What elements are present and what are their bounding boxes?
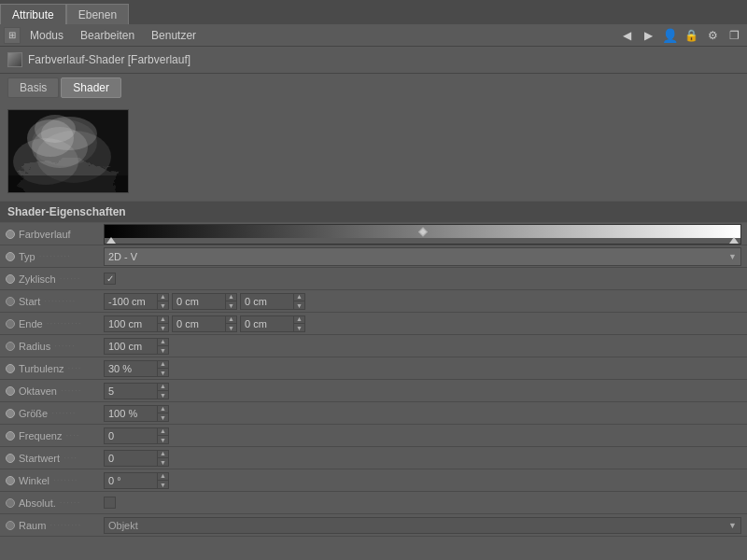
start-x-up[interactable]: ▲ bbox=[158, 293, 168, 301]
turbulenz-up[interactable]: ▲ bbox=[158, 360, 168, 369]
start-x-down[interactable]: ▼ bbox=[158, 301, 168, 310]
ende-z-input[interactable]: 0 cm ▲ ▼ bbox=[240, 315, 305, 332]
oktaven-input[interactable]: 5 ▲ ▼ bbox=[104, 383, 169, 399]
startwert-down[interactable]: ▼ bbox=[158, 458, 168, 467]
properties-panel: Farbverlauf Typ ········· 2D - V ▼ bbox=[0, 223, 747, 537]
gradient-handle-left[interactable] bbox=[106, 237, 116, 244]
turbulenz-arrows[interactable]: ▲ ▼ bbox=[157, 360, 168, 377]
prop-label-startwert: Startwert ···· bbox=[6, 453, 104, 464]
oktaven-arrows[interactable]: ▲ ▼ bbox=[157, 383, 168, 399]
tab-basis[interactable]: Basis bbox=[7, 77, 59, 98]
startwert-input[interactable]: 0 ▲ ▼ bbox=[104, 450, 169, 467]
prop-row-radius: Radius ······ 100 cm ▲ ▼ bbox=[0, 335, 747, 357]
top-tab-bar: Attribute Ebenen bbox=[0, 0, 747, 24]
start-z-down[interactable]: ▼ bbox=[294, 301, 304, 310]
prop-value-zyklisch: ✓ bbox=[104, 273, 741, 285]
arrow-right-icon[interactable]: ▶ bbox=[639, 27, 657, 44]
ende-x-down[interactable]: ▼ bbox=[158, 324, 168, 332]
ende-y-input[interactable]: 0 cm ▲ ▼ bbox=[172, 315, 237, 332]
ende-z-arrows[interactable]: ▲ ▼ bbox=[293, 315, 304, 332]
prop-row-start: Start ········· -100 cm ▲ ▼ 0 cm ▲ ▼ 0 c… bbox=[0, 290, 747, 313]
user-icon[interactable]: 👤 bbox=[660, 27, 679, 44]
ende-y-arrows[interactable]: ▲ ▼ bbox=[225, 315, 236, 332]
typ-select[interactable]: 2D - V ▼ bbox=[104, 247, 741, 266]
prop-row-zyklisch: Zyklisch ······ ✓ bbox=[0, 268, 747, 290]
tab-attribute[interactable]: Attribute bbox=[0, 4, 66, 24]
prop-value-turbulenz: 30 % ▲ ▼ bbox=[104, 360, 741, 377]
startwert-arrows[interactable]: ▲ ▼ bbox=[157, 450, 168, 467]
start-y-arrows[interactable]: ▲ ▼ bbox=[225, 293, 236, 310]
oktaven-up[interactable]: ▲ bbox=[158, 383, 168, 391]
oktaven-down[interactable]: ▼ bbox=[158, 391, 168, 399]
arrow-left-icon[interactable]: ◀ bbox=[617, 27, 636, 44]
start-z-arrows[interactable]: ▲ ▼ bbox=[293, 293, 304, 310]
prop-circle-typ bbox=[6, 252, 15, 261]
groesse-arrows[interactable]: ▲ ▼ bbox=[157, 405, 168, 422]
turbulenz-input[interactable]: 30 % ▲ ▼ bbox=[104, 360, 169, 377]
gradient-bar[interactable] bbox=[104, 224, 741, 245]
expand-icon[interactable]: ❐ bbox=[725, 27, 743, 44]
ende-y-down[interactable]: ▼ bbox=[226, 324, 236, 332]
ende-x-up[interactable]: ▲ bbox=[158, 315, 168, 324]
prop-value-groesse: 100 % ▲ ▼ bbox=[104, 405, 741, 422]
prop-value-winkel: 0 ° ▲ ▼ bbox=[104, 472, 741, 489]
prop-value-oktaven: 5 ▲ ▼ bbox=[104, 383, 741, 399]
turbulenz-down[interactable]: ▼ bbox=[158, 369, 168, 377]
ende-y-up[interactable]: ▲ bbox=[226, 315, 236, 324]
winkel-arrows[interactable]: ▲ ▼ bbox=[157, 472, 168, 489]
prop-circle-turbulenz bbox=[6, 364, 15, 373]
prop-circle-winkel bbox=[6, 476, 15, 485]
ende-z-up[interactable]: ▲ bbox=[294, 315, 304, 324]
prop-circle-groesse bbox=[6, 409, 15, 418]
groesse-up[interactable]: ▲ bbox=[158, 405, 168, 413]
groesse-down[interactable]: ▼ bbox=[158, 413, 168, 422]
radius-up[interactable]: ▲ bbox=[158, 338, 168, 346]
start-y-input[interactable]: 0 cm ▲ ▼ bbox=[172, 293, 237, 310]
prop-label-winkel: Winkel ······· bbox=[6, 475, 104, 486]
start-x-input[interactable]: -100 cm ▲ ▼ bbox=[104, 293, 169, 310]
ende-x-input[interactable]: 100 cm ▲ ▼ bbox=[104, 315, 169, 332]
raum-select[interactable]: Objekt ▼ bbox=[104, 517, 741, 534]
zyklisch-checkbox[interactable]: ✓ bbox=[104, 273, 116, 285]
ende-x-arrows[interactable]: ▲ ▼ bbox=[157, 315, 168, 332]
prop-row-frequenz: Frequenz ···· 0 ▲ ▼ bbox=[0, 425, 747, 447]
prop-row-absolut: Absolut. ······ bbox=[0, 492, 747, 514]
radius-arrows[interactable]: ▲ ▼ bbox=[157, 338, 168, 355]
tab-ebenen[interactable]: Ebenen bbox=[66, 4, 129, 24]
prop-value-typ[interactable]: 2D - V ▼ bbox=[104, 247, 741, 266]
start-y-down[interactable]: ▼ bbox=[226, 301, 236, 310]
ende-z-down[interactable]: ▼ bbox=[294, 324, 304, 332]
start-y-up[interactable]: ▲ bbox=[226, 293, 236, 301]
start-z-up[interactable]: ▲ bbox=[294, 293, 304, 301]
typ-select-arrow: ▼ bbox=[728, 252, 737, 261]
settings-icon[interactable]: ⚙ bbox=[703, 27, 722, 44]
frequenz-arrows[interactable]: ▲ ▼ bbox=[157, 427, 168, 444]
prop-value-raum[interactable]: Objekt ▼ bbox=[104, 517, 741, 534]
menu-modus[interactable]: Modus bbox=[22, 27, 71, 44]
gradient-handle-right[interactable] bbox=[729, 237, 739, 244]
groesse-input[interactable]: 100 % ▲ ▼ bbox=[104, 405, 169, 422]
startwert-up[interactable]: ▲ bbox=[158, 450, 168, 458]
prop-value-ende: 100 cm ▲ ▼ 0 cm ▲ ▼ 0 cm ▲ ▼ bbox=[104, 315, 741, 332]
shader-icon bbox=[7, 52, 22, 67]
winkel-down[interactable]: ▼ bbox=[158, 481, 168, 489]
winkel-input[interactable]: 0 ° ▲ ▼ bbox=[104, 472, 169, 489]
start-x-arrows[interactable]: ▲ ▼ bbox=[157, 293, 168, 310]
radius-down[interactable]: ▼ bbox=[158, 346, 168, 355]
grid-icon[interactable]: ⊞ bbox=[4, 27, 21, 44]
start-z-input[interactable]: 0 cm ▲ ▼ bbox=[240, 293, 305, 310]
radius-input[interactable]: 100 cm ▲ ▼ bbox=[104, 338, 169, 355]
prop-circle-farbverlauf bbox=[6, 230, 15, 239]
winkel-up[interactable]: ▲ bbox=[158, 472, 168, 481]
prop-circle-raum bbox=[6, 521, 15, 530]
frequenz-input[interactable]: 0 ▲ ▼ bbox=[104, 427, 169, 444]
frequenz-down[interactable]: ▼ bbox=[158, 436, 168, 444]
lock-icon[interactable]: 🔒 bbox=[682, 27, 700, 44]
absolut-checkbox[interactable] bbox=[104, 497, 116, 509]
menu-bearbeiten[interactable]: Bearbeiten bbox=[73, 27, 142, 44]
menu-benutzer[interactable]: Benutzer bbox=[144, 27, 204, 44]
prop-label-groesse: Größe ······· bbox=[6, 408, 104, 419]
prop-value-farbverlauf[interactable] bbox=[104, 224, 741, 245]
frequenz-up[interactable]: ▲ bbox=[158, 427, 168, 436]
tab-shader[interactable]: Shader bbox=[61, 77, 121, 98]
